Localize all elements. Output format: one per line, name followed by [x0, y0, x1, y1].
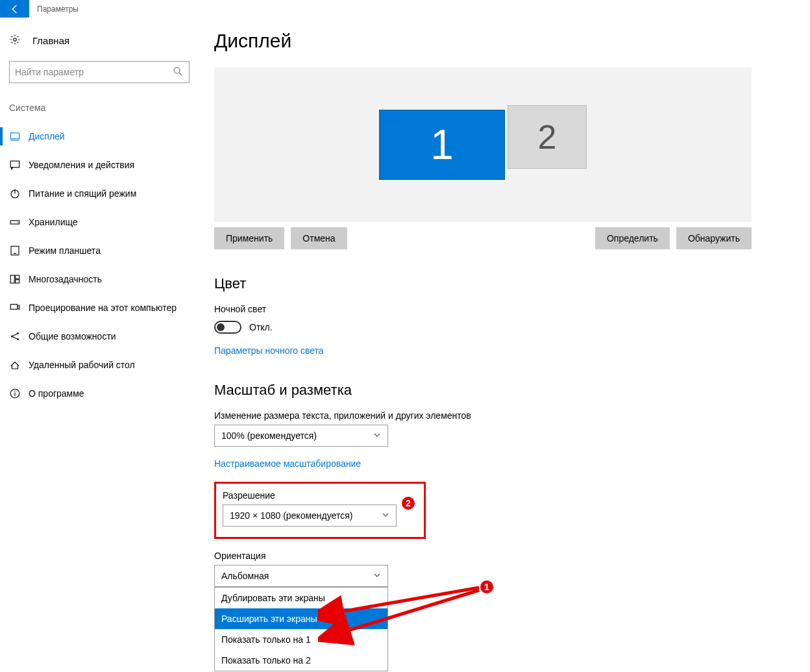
nightlight-settings-link[interactable]: Параметры ночного света	[214, 345, 324, 356]
multi-option-extend[interactable]: Расширить эти экраны	[215, 608, 387, 629]
annotation-highlight: 2 Разрешение 1920 × 1080 (рекомендуется)	[214, 482, 426, 539]
svg-point-1	[174, 68, 180, 73]
sidebar-item-storage[interactable]: Хранилище	[9, 208, 195, 236]
orientation-value: Альбомная	[221, 571, 269, 581]
main-content: Дисплей 1 2 Применить Отмена Определить …	[214, 30, 771, 671]
remote-icon	[9, 359, 29, 371]
chevron-down-icon	[373, 571, 381, 581]
sidebar-item-label: Проецирование на этот компьютер	[29, 303, 177, 313]
chevron-down-icon	[382, 511, 389, 521]
project-icon	[9, 302, 29, 314]
identify-button[interactable]: Определить	[595, 227, 670, 249]
multidisplay-dropdown[interactable]: Дублировать эти экраны Расширить эти экр…	[214, 587, 388, 671]
svg-rect-3	[10, 133, 19, 139]
multitask-icon	[9, 273, 29, 285]
annotation-badge-1: 1	[479, 579, 495, 595]
sidebar-item-label: Общие возможности	[29, 331, 116, 342]
share-icon	[9, 330, 29, 342]
monitor-2[interactable]: 2	[508, 105, 587, 169]
sidebar: Главная Найти параметр Система Дисплей У…	[0, 26, 195, 408]
sidebar-item-label: О программе	[29, 388, 84, 399]
info-icon	[9, 388, 29, 399]
sidebar-item-display[interactable]: Дисплей	[9, 122, 195, 151]
svg-point-16	[11, 336, 13, 338]
cancel-button[interactable]: Отмена	[291, 227, 347, 249]
annotation-badge-2: 2	[400, 495, 416, 511]
titlebar: Параметры	[0, 0, 810, 18]
svg-rect-14	[16, 280, 19, 283]
sidebar-item-about[interactable]: О программе	[9, 379, 195, 408]
sidebar-item-tablet[interactable]: Режим планшета	[9, 236, 195, 265]
svg-rect-12	[10, 275, 14, 283]
back-button[interactable]	[0, 0, 29, 18]
page-title: Дисплей	[214, 30, 771, 52]
monitor-1[interactable]: 1	[379, 110, 505, 180]
custom-scaling-link[interactable]: Настраиваемое масштабирование	[214, 458, 361, 469]
tablet-icon	[9, 245, 29, 256]
display-icon	[9, 131, 29, 142]
resolution-combobox[interactable]: 1920 × 1080 (рекомендуется)	[223, 504, 397, 527]
nightlight-label: Ночной свет	[214, 304, 771, 314]
sidebar-item-shared[interactable]: Общие возможности	[9, 322, 195, 351]
sidebar-item-notifications[interactable]: Уведомления и действия	[9, 151, 195, 179]
chat-icon	[9, 159, 29, 171]
sidebar-item-power[interactable]: Питание и спящий режим	[9, 179, 195, 208]
svg-rect-13	[16, 275, 19, 279]
sidebar-item-rdp[interactable]: Удаленный рабочий стол	[9, 351, 195, 379]
sidebar-item-label: Дисплей	[29, 131, 65, 142]
gear-icon	[9, 34, 21, 47]
textsize-combobox[interactable]: 100% (рекомендуется)	[214, 425, 388, 447]
multi-option-only2[interactable]: Показать только на 2	[215, 650, 387, 671]
sidebar-item-label: Хранилище	[29, 217, 78, 227]
sidebar-item-label: Питание и спящий режим	[29, 188, 136, 199]
orientation-label: Ориентация	[214, 551, 771, 561]
drive-icon	[9, 216, 29, 228]
window-title: Параметры	[29, 0, 79, 18]
display-arrangement[interactable]: 1 2	[214, 68, 752, 222]
search-icon	[172, 66, 184, 79]
sidebar-item-label: Режим планшета	[29, 245, 101, 256]
sidebar-nav: Дисплей Уведомления и действия Питание и…	[9, 122, 195, 408]
sidebar-item-label: Многозадачность	[29, 274, 102, 284]
power-icon	[9, 188, 29, 199]
svg-point-17	[17, 332, 19, 334]
orientation-combobox[interactable]: Альбомная	[214, 565, 388, 587]
sidebar-item-multitask[interactable]: Многозадачность	[9, 265, 195, 293]
chevron-down-icon	[373, 431, 381, 441]
multi-option-duplicate[interactable]: Дублировать эти экраны	[215, 588, 387, 608]
resolution-value: 1920 × 1080 (рекомендуется)	[230, 510, 352, 521]
home-link[interactable]: Главная	[9, 26, 195, 55]
search-input[interactable]: Найти параметр	[9, 61, 190, 83]
svg-line-2	[179, 73, 182, 75]
sidebar-item-label: Удаленный рабочий стол	[29, 360, 135, 370]
multi-option-only1[interactable]: Показать только на 1	[215, 629, 387, 650]
textsize-value: 100% (рекомендуется)	[221, 430, 317, 441]
section-heading: Система	[9, 103, 195, 113]
nightlight-toggle[interactable]	[214, 321, 241, 334]
home-label: Главная	[32, 35, 69, 46]
apply-button[interactable]: Применить	[214, 227, 284, 249]
svg-rect-5	[10, 161, 19, 168]
svg-rect-15	[10, 305, 18, 310]
arrow-left-icon	[9, 3, 21, 15]
display-buttons: Применить Отмена Определить Обнаружить	[214, 227, 752, 249]
color-heading: Цвет	[214, 275, 771, 292]
svg-point-9	[18, 222, 19, 223]
textsize-label: Изменение размера текста, приложений и д…	[214, 410, 771, 421]
sidebar-item-projecting[interactable]: Проецирование на этот компьютер	[9, 293, 195, 322]
svg-point-0	[14, 38, 17, 41]
detect-button[interactable]: Обнаружить	[676, 227, 752, 249]
svg-point-18	[17, 338, 19, 340]
resolution-label: Разрешение	[223, 490, 417, 501]
sidebar-item-label: Уведомления и действия	[29, 160, 134, 170]
scale-heading: Масштаб и разметка	[214, 382, 771, 399]
nightlight-state: Откл.	[249, 322, 273, 332]
svg-point-21	[14, 391, 16, 392]
search-placeholder: Найти параметр	[15, 67, 84, 77]
